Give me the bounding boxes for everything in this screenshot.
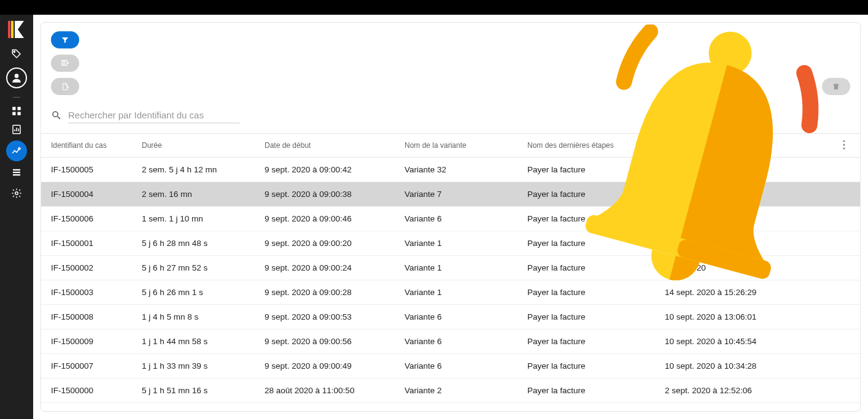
report-icon[interactable] <box>9 122 24 137</box>
cell-id: IF-1500004 <box>51 190 142 199</box>
tag-icon[interactable] <box>9 47 24 61</box>
cell-duration: 1 j 1 h 33 mn 39 s <box>142 361 265 371</box>
cell-col5 <box>665 165 788 174</box>
case-table: Identifiant du cas Durée Date de début N… <box>41 134 860 411</box>
settings-icon[interactable] <box>9 186 24 201</box>
cell-start: 9 sept. 2020 à 09:00:28 <box>265 288 405 297</box>
cell-start: 9 sept. 2020 à 09:00:20 <box>265 239 405 248</box>
cell-last_step: Payer la facture <box>527 214 665 223</box>
cell-col5: 14 sept. 2020 à 15:26:29 <box>665 288 788 297</box>
cell-duration: 1 j 1 h 44 mn 58 s <box>142 337 265 346</box>
cell-variant: Variante 7 <box>405 190 527 199</box>
svg-point-17 <box>843 147 845 149</box>
cell-start: 9 sept. 2020 à 09:00:38 <box>265 190 405 199</box>
export-file-button[interactable] <box>51 78 79 95</box>
app-logo <box>7 20 26 39</box>
main-panel: Identifiant du cas Durée Date de début N… <box>41 22 861 412</box>
svg-rect-0 <box>8 21 10 38</box>
svg-rect-4 <box>12 107 15 110</box>
table-row[interactable]: IF-15000071 j 1 h 33 mn 39 s9 sept. 2020… <box>41 354 860 379</box>
toolbar <box>41 23 860 104</box>
cell-variant: Variante 6 <box>405 361 527 371</box>
cell-duration: 5 j 6 h 26 mn 1 s <box>142 288 265 297</box>
cell-id: IF-1500002 <box>51 263 142 272</box>
table-row[interactable]: IF-15000042 sem. 16 mn9 sept. 2020 à 09:… <box>41 182 860 207</box>
cell-duration: 5 j 6 h 28 mn 48 s <box>142 239 265 248</box>
table-row[interactable]: IF-15000061 sem. 1 j 10 mn9 sept. 2020 à… <box>41 207 860 231</box>
cell-duration: 1 j 4 h 5 mn 8 s <box>142 312 265 321</box>
cell-duration: 1 sem. 1 j 10 mn <box>142 214 265 223</box>
column-options-icon[interactable] <box>843 140 845 152</box>
svg-point-15 <box>843 140 845 142</box>
search-input[interactable] <box>68 107 240 123</box>
svg-point-13 <box>15 192 18 195</box>
cell-start: 9 sept. 2020 à 09:00:46 <box>265 214 405 223</box>
column-header-variant[interactable]: Nom de la variante <box>405 141 527 150</box>
column-header-extra[interactable] <box>665 141 788 150</box>
sidebar <box>0 15 33 419</box>
cell-last_step: Payer la facture <box>527 288 665 297</box>
cell-id: IF-1500009 <box>51 337 142 346</box>
list-icon[interactable] <box>9 165 24 180</box>
cell-last_step: Payer la facture <box>527 190 665 199</box>
cell-id: IF-1500007 <box>51 361 142 371</box>
cell-id: IF-1500000 <box>51 386 142 395</box>
cell-variant: Variante 1 <box>405 263 527 272</box>
table-row[interactable]: IF-15000015 j 6 h 28 mn 48 s9 sept. 2020… <box>41 231 860 256</box>
cell-id: IF-1500003 <box>51 288 142 297</box>
cell-start: 9 sept. 2020 à 09:00:49 <box>265 361 405 371</box>
table-row[interactable]: IF-15000025 j 6 h 27 mn 52 s9 sept. 2020… <box>41 256 860 280</box>
cell-variant: Variante 32 <box>405 165 527 174</box>
table-row[interactable]: IF-15000035 j 6 h 26 mn 1 s9 sept. 2020 … <box>41 280 860 305</box>
cell-duration: 5 j 1 h 51 mn 16 s <box>142 386 265 395</box>
cell-col5: 10 sept. 2020 à 10:34:28 <box>665 361 788 371</box>
cell-start: 9 sept. 2020 à 09:00:42 <box>265 165 405 174</box>
cell-duration: 5 j 6 h 27 mn 52 s <box>142 263 265 272</box>
cell-duration: 2 sem. 16 mn <box>142 190 265 199</box>
cell-start: 9 sept. 2020 à 09:00:56 <box>265 337 405 346</box>
search-row <box>41 104 860 134</box>
table-row[interactable]: IF-15000091 j 1 h 44 mn 58 s9 sept. 2020… <box>41 329 860 354</box>
table-row[interactable]: IF-15000081 j 4 h 5 mn 8 s9 sept. 2020 à… <box>41 305 860 329</box>
svg-rect-7 <box>18 112 21 115</box>
cell-last_step: Payer la facture <box>527 239 665 248</box>
analytics-icon[interactable] <box>6 140 27 161</box>
table-row[interactable]: IF-15000052 sem. 5 j 4 h 12 mn9 sept. 20… <box>41 158 860 182</box>
cell-start: 9 sept. 2020 à 09:00:53 <box>265 312 405 321</box>
column-header-id[interactable]: Identifiant du cas <box>51 141 142 150</box>
svg-rect-12 <box>13 174 20 175</box>
cell-col5 <box>665 239 788 248</box>
delete-button[interactable] <box>822 78 850 95</box>
search-icon <box>51 110 62 121</box>
export-columns-button[interactable] <box>51 55 79 72</box>
cell-variant: Variante 6 <box>405 337 527 346</box>
column-header-start[interactable]: Date de début <box>265 141 405 150</box>
cell-last_step: Payer la facture <box>527 386 665 395</box>
dashboard-icon[interactable] <box>9 104 24 118</box>
cell-last_step: Payer la facture <box>527 165 665 174</box>
column-header-last-step[interactable]: Nom des dernières étapes <box>527 141 665 150</box>
filter-button[interactable] <box>51 31 79 48</box>
cell-id: IF-1500001 <box>51 239 142 248</box>
cell-id: IF-1500008 <box>51 312 142 321</box>
cell-last_step: Payer la facture <box>527 337 665 346</box>
cell-id: IF-1500005 <box>51 165 142 174</box>
svg-rect-14 <box>62 60 67 65</box>
cell-last_step: Payer la facture <box>527 361 665 371</box>
cell-duration: 2 sem. 5 j 4 h 12 mn <box>142 165 265 174</box>
table-row[interactable]: IF-15000005 j 1 h 51 mn 16 s28 août 2020… <box>41 379 860 403</box>
window-topbar <box>0 0 868 15</box>
column-header-duration[interactable]: Durée <box>142 141 265 150</box>
profile-icon[interactable] <box>6 67 27 88</box>
cell-variant: Variante 6 <box>405 312 527 321</box>
svg-rect-1 <box>11 21 14 38</box>
cell-col5: 14 sept. 20 <box>665 263 788 272</box>
svg-rect-6 <box>12 112 15 115</box>
cell-variant: Variante 2 <box>405 386 527 395</box>
cell-col5 <box>665 214 788 223</box>
cell-variant: Variante 1 <box>405 239 527 248</box>
cell-col5: 10 sept. 2020 à 13:06:01 <box>665 312 788 321</box>
cell-variant: Variante 1 <box>405 288 527 297</box>
cell-last_step: Payer la facture <box>527 312 665 321</box>
svg-rect-11 <box>13 172 20 173</box>
